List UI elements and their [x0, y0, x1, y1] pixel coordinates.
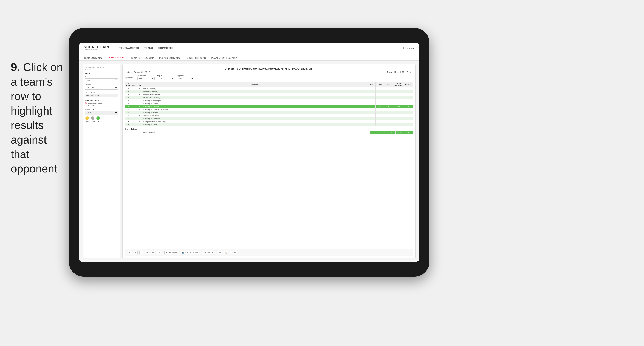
tab-player-summary[interactable]: PLAYER SUMMARY — [159, 57, 180, 60]
table-row[interactable]: 8-2University of Washington — [126, 99, 413, 102]
legend-circle-up — [96, 116, 100, 120]
watch-btn[interactable]: 👁 Watch ▼ — [203, 251, 214, 254]
clock-btn[interactable]: ◷ — [157, 251, 161, 254]
table-row[interactable]: 9-3University of Arizona — [126, 102, 413, 105]
radio-opponents-played[interactable]: Opponents Played — [85, 102, 118, 104]
nav-tournaments[interactable]: TOURNAMENTS — [120, 47, 139, 49]
out-of-division-label: Out of division — [125, 128, 137, 130]
school-value: University of Nort... — [85, 94, 118, 97]
filters-row: Opponents: Conference (All) Region (All) — [125, 75, 413, 80]
print-btn[interactable]: 🖨 — [218, 251, 222, 254]
region-filter-select[interactable]: (All) — [157, 77, 174, 80]
refresh-btn[interactable]: ⟲ — [139, 251, 144, 254]
cell-1: - — [132, 123, 137, 126]
cell-8 — [404, 114, 413, 117]
nav-committee[interactable]: COMMITTEE — [158, 47, 174, 49]
table-row[interactable]: 13-1Texas Tech University — [126, 114, 413, 117]
legend: Down Level Up — [85, 116, 118, 122]
table-row[interactable]: 6-2Florida State University — [126, 96, 413, 99]
cell-1: - — [132, 120, 137, 123]
out-div-diff-cell: 26.00 — [396, 131, 404, 134]
radio-top100[interactable]: Top 100 — [85, 104, 118, 106]
th-rank: # Rank — [126, 82, 132, 87]
opponent-filter: Opponent (All) — [177, 75, 194, 80]
table-row[interactable]: 14-2University of Oklahoma — [126, 117, 413, 120]
out-div-rounds-cell: 3 — [404, 131, 413, 134]
undo-btn[interactable]: ↩ — [128, 251, 132, 254]
cell-4 — [367, 96, 375, 99]
sign-out-link[interactable]: Sign out — [406, 47, 414, 49]
logo-powered: Powered by clippi — [84, 49, 111, 51]
colour-by-select[interactable]: Win/loss — [85, 111, 118, 115]
team-section-title: Team — [85, 72, 118, 75]
table-row[interactable]: 4-1Arizona State University — [126, 93, 413, 96]
out-of-division-row[interactable]: NCAA Division II 1 0 0 26.00 3 — [126, 131, 413, 134]
cell-1: - — [132, 111, 137, 114]
logo-area: SCOREBOARD Powered by clippi — [84, 45, 111, 51]
cell-8 — [404, 102, 413, 105]
th-tie: Tie — [384, 82, 392, 87]
cell-1: - — [132, 117, 137, 120]
region-filter: Region (All) — [157, 75, 174, 80]
nav-teams[interactable]: TEAMS — [144, 47, 153, 49]
tab-team-summary[interactable]: TEAM SUMMARY — [84, 57, 102, 60]
share-btn[interactable]: Share — [230, 251, 237, 254]
table-row[interactable]: 15-4Georgia Institute of Technology — [126, 120, 413, 123]
cell-5 — [375, 111, 384, 114]
cell-2: 2 — [137, 96, 142, 99]
cell-5 — [375, 90, 384, 93]
cell-5 — [375, 99, 384, 102]
cell-7 — [392, 99, 404, 102]
legend-circle-level — [91, 116, 94, 120]
cell-3: Florida State University — [142, 96, 367, 99]
cell-4 — [367, 99, 375, 102]
add-btn[interactable]: ⊕ — [151, 251, 155, 254]
tab-player-h2h-heatmap[interactable]: PLAYER H2H HEATMAP — [211, 57, 237, 60]
cell-4 — [367, 114, 375, 117]
cell-0: 12 — [126, 111, 132, 114]
cell-6 — [384, 120, 392, 123]
cell-8 — [404, 120, 413, 123]
legend-up: Up — [96, 116, 100, 122]
cell-2: 2 — [137, 90, 142, 93]
cell-5 — [375, 87, 384, 90]
instruction-text: 9. Click on a team's row to highlight re… — [11, 60, 66, 176]
opponent-filter-select[interactable]: (All) — [177, 77, 194, 80]
redo-btn[interactable]: ↪ — [134, 251, 138, 254]
table-row[interactable]: 16-3University of Florida — [126, 123, 413, 126]
radio-dot-top100 — [85, 105, 87, 106]
copy-btn[interactable]: 📋 — [224, 251, 228, 254]
toolbar-separator-2 — [201, 251, 202, 254]
last-updated-time: 16:55:38 — [85, 68, 91, 70]
tab-player-h2h-grid[interactable]: PLAYER H2H GRID — [186, 57, 206, 60]
cell-6 — [384, 87, 392, 90]
save-custom-view-btn[interactable]: 💾 Save Custom View — [181, 251, 199, 254]
conference-filter-select[interactable]: (All) — [138, 77, 154, 80]
division-select[interactable]: NCAA Division I — [85, 86, 118, 90]
cell-3: Auburn University — [142, 87, 367, 90]
table-row[interactable]: 2-1Auburn University — [126, 87, 413, 90]
cell-0: 9 — [126, 102, 132, 105]
gender-select[interactable]: Men's — [85, 78, 118, 82]
view-original-btn[interactable]: 👁 View: Original — [164, 251, 179, 254]
tab-team-h2h-heatmap[interactable]: TEAM H2H HEATMAP — [131, 57, 154, 60]
cell-1: - — [132, 114, 137, 117]
legend-label-up: Up — [97, 120, 99, 122]
out-div-reg-cell — [132, 131, 137, 134]
table-row[interactable]: 12-3University of Virginia — [126, 111, 413, 114]
cell-5 — [375, 93, 384, 96]
bottom-toolbar: ↩ ↪ ⟲ ⊞ ⊕ ◷ 👁 View: Original 💾 Save Cust… — [125, 249, 413, 256]
table-row[interactable]: 10-5University of Alabama3002.618 — [126, 105, 413, 108]
cell-3: Texas Tech University — [142, 114, 367, 117]
table-row[interactable]: 11-6University of Arkansas, Fayetteville — [126, 108, 413, 111]
tab-team-h2h-grid[interactable]: TEAM H2H GRID — [108, 56, 126, 60]
table-row[interactable]: 3-2Vanderbilt University — [126, 90, 413, 93]
grid-btn[interactable]: ⊞ — [145, 251, 149, 254]
cell-0: 14 — [126, 117, 132, 120]
conference-filter-label: Conference — [138, 75, 154, 76]
cell-0: 3 — [126, 90, 132, 93]
cell-7 — [392, 87, 404, 90]
cell-0: 10 — [126, 105, 132, 108]
cell-5 — [375, 117, 384, 120]
cell-3: University of Arkansas, Fayetteville — [142, 108, 367, 111]
